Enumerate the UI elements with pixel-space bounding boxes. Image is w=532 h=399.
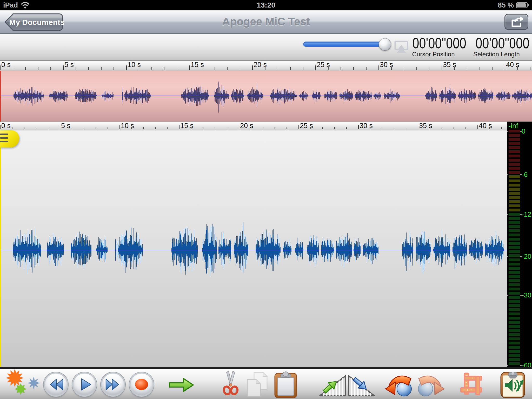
- document-title: Apogee MiC Test: [0, 10, 532, 33]
- clock: 13:20: [0, 0, 532, 10]
- zoom-in-icon: [318, 373, 347, 397]
- volume-slider[interactable]: [303, 42, 387, 47]
- app-screen: iPad 13:20 85 % Apogee MiC Test My Docum…: [0, 0, 532, 399]
- meter-segment: [509, 138, 520, 141]
- paste-button[interactable]: [274, 371, 298, 399]
- meter-segment: [509, 204, 520, 207]
- effects-bursts-icon: ✹ ✷ ✸: [5, 369, 44, 398]
- back-button[interactable]: My Documents: [3, 13, 64, 31]
- transport-info-bar: 00'00"000 Cursor Position 00'00"000 Sele…: [0, 34, 532, 61]
- meter-segment: [509, 304, 520, 307]
- meter-segment: [509, 267, 520, 270]
- meter-segment: [509, 317, 520, 320]
- meter-segment: [509, 358, 520, 361]
- main-ruler[interactable]: 0 s5 s10 s15 s20 s25 s30 s35 s40 s: [0, 122, 507, 130]
- share-icon: [509, 16, 524, 28]
- meter-segment: [509, 325, 520, 328]
- meter-segment: [509, 288, 520, 290]
- playhead-grip-line: [0, 134, 8, 135]
- meter-segment: [509, 263, 520, 265]
- meter-segment: [509, 254, 520, 257]
- overview-waveform-canvas[interactable]: [0, 71, 532, 122]
- meter-segment: [509, 337, 520, 340]
- meter-segment: [509, 279, 520, 282]
- meter-segment: [509, 167, 520, 170]
- meter-segment: [509, 283, 520, 286]
- level-meter: -inf 0-6-12-20-30-60: [507, 122, 532, 367]
- ruler-label: 5 s: [64, 61, 74, 69]
- meter-segment: [509, 250, 520, 253]
- meter-segment: [509, 333, 520, 336]
- selection-length-label: Selection Length: [473, 51, 520, 58]
- play-icon: [75, 375, 94, 394]
- meter-segment: [509, 362, 520, 365]
- main-waveform-panel[interactable]: [0, 130, 507, 367]
- bottom-toolbar: ✹ ✷ ✸: [0, 367, 532, 399]
- play-button[interactable]: [72, 372, 97, 397]
- redo-button[interactable]: [415, 372, 445, 398]
- meter-segment: [509, 175, 520, 178]
- insert-button[interactable]: [168, 377, 194, 394]
- meter-segment: [509, 159, 520, 162]
- record-button[interactable]: [129, 372, 154, 397]
- zoom-out-button[interactable]: [347, 373, 376, 398]
- meter-segment: [509, 155, 520, 157]
- meter-segment: [509, 217, 520, 220]
- meter-segment: [509, 275, 520, 278]
- fast-forward-button[interactable]: [101, 372, 125, 397]
- meter-segment: [509, 225, 520, 228]
- meter-scale-label: -12: [522, 211, 531, 218]
- main-centerline: [0, 250, 507, 250]
- copy-button[interactable]: [245, 371, 270, 399]
- zoom-in-button[interactable]: [318, 373, 347, 398]
- meter-segment: [509, 188, 520, 191]
- gain-button[interactable]: [499, 370, 526, 399]
- playhead-cursor-line[interactable]: [0, 130, 1, 367]
- cursor-position-display: 00'00"000 Cursor Position: [401, 36, 466, 58]
- meter-scale-label: -6: [522, 171, 528, 178]
- overview-waveform-panel[interactable]: [0, 71, 532, 122]
- overview-cursor-line: [0, 71, 1, 122]
- main-waveform-canvas[interactable]: [0, 130, 507, 367]
- effects-button[interactable]: ✹ ✷ ✸: [5, 369, 44, 398]
- volume-slider-fill: [303, 42, 385, 47]
- cut-button[interactable]: [221, 371, 241, 397]
- zoom-out-icon: [347, 373, 376, 397]
- meter-segment: [509, 346, 520, 349]
- undo-button[interactable]: [385, 372, 415, 398]
- insert-arrow-icon: [168, 377, 194, 393]
- rewind-button[interactable]: [44, 372, 68, 397]
- meter-segment: [509, 329, 520, 332]
- meter-segment: [509, 238, 520, 241]
- playhead-grip-line: [0, 141, 8, 142]
- ruler-label: 0 s: [1, 122, 11, 130]
- selection-length-display: 00'00"000 Selection Length: [464, 36, 529, 58]
- crop-button[interactable]: [458, 371, 485, 399]
- meter-segment: [509, 229, 520, 232]
- meter-segment: [509, 342, 520, 344]
- playhead-handle[interactable]: [0, 130, 19, 148]
- meter-segment: [509, 354, 520, 357]
- overview-ruler[interactable]: 0 s5 s10 s15 s20 s25 s30 s35 s40 s: [0, 60, 532, 70]
- meter-segment: [509, 130, 520, 132]
- meter-segment: [509, 246, 520, 249]
- meter-segment: [509, 308, 520, 311]
- meter-segment: [509, 300, 520, 303]
- volume-slider-thumb[interactable]: [379, 38, 391, 51]
- meter-segment: [509, 163, 520, 166]
- share-button[interactable]: [504, 14, 528, 30]
- meter-tick: [507, 365, 508, 366]
- meter-segment: [509, 196, 520, 199]
- meter-tick: [507, 174, 508, 175]
- meter-segment: [509, 350, 520, 353]
- ruler-label: 40 s: [479, 122, 492, 130]
- meter-segment: [509, 142, 520, 145]
- cursor-position-value: 00'00"000: [413, 36, 466, 51]
- meter-top-label: -inf: [508, 122, 518, 130]
- rewind-icon: [46, 375, 65, 394]
- ruler-label: 20 s: [240, 122, 253, 130]
- crop-icon: [458, 371, 485, 398]
- battery-percent-label: 85 %: [498, 1, 514, 9]
- meter-segment: [509, 312, 520, 315]
- meter-segment: [509, 150, 520, 153]
